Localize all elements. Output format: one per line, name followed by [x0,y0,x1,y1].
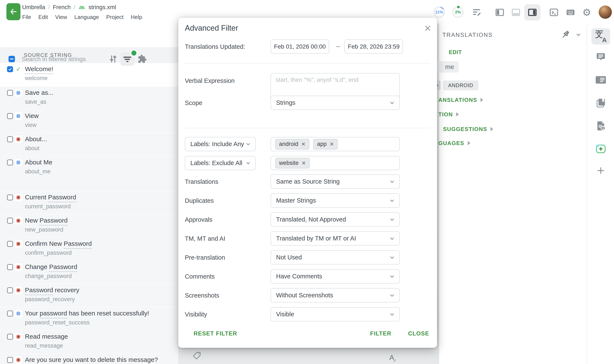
filter-row-label: Visibility [185,311,207,318]
puzzle-icon[interactable] [137,53,147,65]
tune-icon[interactable] [108,53,118,65]
date-to-input[interactable]: Feb 28, 2026 23:59 [344,39,403,54]
unpin-icon[interactable] [561,30,571,39]
panel-left-icon[interactable] [495,8,505,17]
row-checkbox[interactable] [7,287,13,293]
back-button[interactable] [6,3,20,20]
filter-select-translations[interactable]: Same as Source String [271,174,400,189]
filter-select-tm-mt-and-ai[interactable]: Translated by TM or MT or AI [271,231,400,246]
string-row[interactable]: About Meabout_me [0,156,178,191]
keyboard-icon[interactable] [566,8,575,17]
file-info-icon[interactable] [591,118,610,134]
menu-language[interactable]: Language [74,14,99,20]
string-row[interactable]: Save as...save_as [0,86,178,110]
row-checkbox[interactable] [7,311,13,316]
menu-edit[interactable]: Edit [38,14,48,20]
row-checkbox[interactable] [7,264,13,270]
menu-help[interactable]: Help [131,14,142,20]
ai-assist-icon[interactable] [591,141,610,157]
terminal-icon[interactable] [549,8,559,17]
avatar[interactable] [599,6,612,19]
string-row[interactable]: New Passwordnew_password [0,214,178,238]
breadcrumb-project[interactable]: Umbrella [22,4,45,11]
tag-icon[interactable] [192,351,201,360]
string-row[interactable]: ✓Welcome!welcome [0,63,178,87]
row-checkbox[interactable] [7,90,13,96]
plus-icon[interactable] [591,163,610,179]
row-checkbox[interactable] [7,159,13,166]
row-checkbox[interactable] [7,241,13,247]
row-checkbox[interactable] [7,218,13,224]
select-all-checkbox[interactable] [9,56,15,62]
verbal-expression-label: Verbal Expression [185,77,235,84]
row-checkbox[interactable] [7,136,13,142]
labels-exclude-input[interactable]: website✕ [271,156,400,170]
remove-chip-icon[interactable]: ✕ [330,141,334,147]
string-row[interactable]: Read messageread_message [0,330,178,354]
panel-section-link[interactable]: GUAGES [438,139,470,147]
glossary-icon[interactable] [591,95,610,111]
labels-include-mode-select[interactable]: Labels: Include Any [185,137,256,151]
close-icon[interactable]: ✕ [423,23,433,33]
row-checkbox[interactable] [7,357,13,363]
menu-bar: File Edit View Language Project Help [22,13,142,21]
filter-select-screenshots[interactable]: Without Screenshots [271,288,400,302]
string-title: View [25,112,39,119]
filter-select-duplicates[interactable]: Master Strings [271,193,400,208]
filter-select-visibility[interactable]: Visible [271,307,400,321]
menu-project[interactable]: Project [106,14,123,20]
spellcheck-icon[interactable]: A ✓ [389,353,394,362]
menu-view[interactable]: View [55,14,67,20]
compose-icon[interactable] [472,8,482,17]
date-from-input[interactable]: Feb 01, 2026 00:00 [271,39,329,54]
date-range-dash: – [335,43,341,50]
scope-select[interactable]: Strings [271,96,400,110]
divider [185,63,430,64]
panel-right-icon[interactable] [528,8,537,17]
comment-icon[interactable] [591,49,610,65]
menu-file[interactable]: File [22,14,31,20]
search-input[interactable] [21,53,103,65]
row-checkbox[interactable] [7,195,13,200]
filter-select-pre-translation[interactable]: Not Used [271,250,400,264]
string-row[interactable]: Your password has been reset successfull… [0,307,178,331]
string-row[interactable]: Password recoverypassword_recovery [0,284,178,307]
untranslated-status-icon [14,310,22,317]
article-icon[interactable] [591,72,610,88]
panel-section-link[interactable]: ANSLATIONS [438,96,483,104]
string-row[interactable]: Are you sure you want to delete this mes… [0,353,178,364]
filter-select-comments[interactable]: Have Comments [271,269,400,284]
string-row[interactable]: Confirm New Passwordconfirm_password [0,237,178,261]
string-row[interactable]: About...about [0,133,178,156]
close-button[interactable]: CLOSE [408,330,429,337]
labels-include-input[interactable]: android✕app✕ [271,137,400,151]
panel-section-link[interactable]: SUGGESTIONS [443,125,493,133]
reset-filter-button[interactable]: RESET FILTER [194,330,237,337]
breadcrumb-language[interactable]: French [53,4,71,11]
breadcrumb-file[interactable]: strings.xml [88,4,116,11]
panel-bottom-icon[interactable] [511,8,521,17]
approval-progress-ring[interactable]: 2% [452,6,464,18]
labels-exclude-mode-select[interactable]: Labels: Exclude All [185,156,256,170]
filter-button[interactable]: FILTER [370,330,391,337]
verbal-expression-input[interactable]: start, then "%", anyof "s,d", end [271,73,400,99]
row-checkbox[interactable] [7,113,13,119]
chevron-down-icon[interactable] [576,34,581,37]
string-row[interactable]: Viewview [0,109,178,133]
filter-select-approvals[interactable]: Translated, Not Approved [271,212,400,227]
translate-icon[interactable]: 文 A [591,28,610,44]
string-row[interactable]: Change Passwordchange_password [0,260,178,284]
panel-section-link[interactable]: TION [438,110,459,119]
row-checkbox[interactable] [7,66,13,72]
string-title: About Me [25,159,52,166]
remove-chip-icon[interactable]: ✕ [301,141,305,147]
issue-status-icon [14,356,22,364]
gear-icon[interactable]: ⚙ [582,8,591,17]
edit-link[interactable]: EDIT [449,49,462,55]
string-row[interactable]: Current Passwordcurrent_password [0,191,178,214]
translation-progress-ring[interactable]: 11% [433,6,445,18]
issue-status-icon [14,135,22,143]
string-title: Current Password [25,194,76,201]
remove-chip-icon[interactable]: ✕ [302,160,306,166]
row-checkbox[interactable] [7,334,13,340]
